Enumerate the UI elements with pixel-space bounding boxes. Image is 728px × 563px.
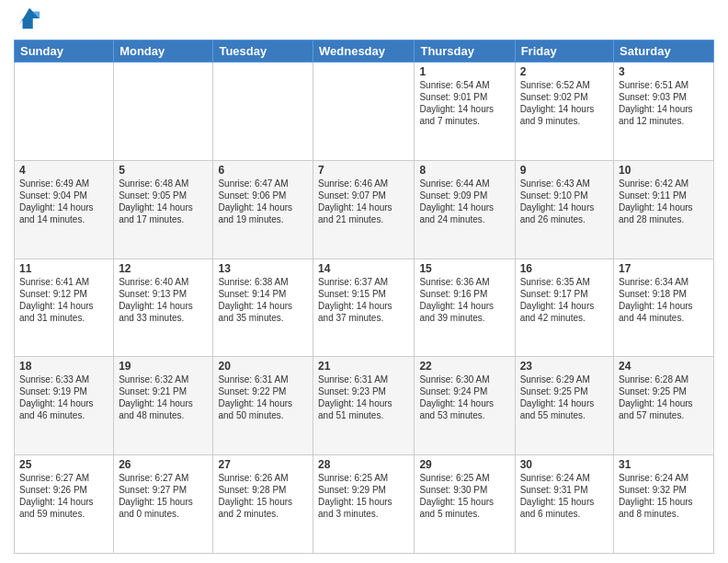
- day-header-friday: Friday: [515, 40, 613, 63]
- day-number: 31: [619, 458, 709, 471]
- day-info: Sunrise: 6:46 AM Sunset: 9:07 PM Dayligh…: [318, 178, 409, 225]
- day-number: 30: [520, 458, 609, 471]
- day-info: Sunrise: 6:31 AM Sunset: 9:22 PM Dayligh…: [218, 373, 308, 421]
- calendar-cell: 1Sunrise: 6:54 AM Sunset: 9:01 PM Daylig…: [415, 63, 515, 161]
- calendar-cell: 6Sunrise: 6:47 AM Sunset: 9:06 PM Daylig…: [213, 160, 313, 259]
- calendar: SundayMondayTuesdayWednesdayThursdayFrid…: [14, 40, 714, 554]
- logo: [14, 9, 43, 32]
- calendar-cell: 7Sunrise: 6:46 AM Sunset: 9:07 PM Daylig…: [313, 160, 415, 259]
- day-number: 19: [119, 360, 208, 373]
- calendar-header-row: SundayMondayTuesdayWednesdayThursdayFrid…: [15, 40, 714, 63]
- calendar-cell: 21Sunrise: 6:31 AM Sunset: 9:23 PM Dayli…: [313, 357, 415, 455]
- calendar-cell: 15Sunrise: 6:36 AM Sunset: 9:16 PM Dayli…: [415, 259, 515, 357]
- day-number: 27: [218, 458, 308, 471]
- calendar-cell: 26Sunrise: 6:27 AM Sunset: 9:27 PM Dayli…: [114, 455, 213, 554]
- calendar-week-2: 4Sunrise: 6:49 AM Sunset: 9:04 PM Daylig…: [15, 160, 714, 259]
- day-info: Sunrise: 6:38 AM Sunset: 9:14 PM Dayligh…: [218, 276, 308, 324]
- day-info: Sunrise: 6:27 AM Sunset: 9:27 PM Dayligh…: [119, 472, 208, 520]
- day-number: 29: [419, 458, 509, 471]
- day-number: 23: [520, 360, 609, 373]
- calendar-cell: 11Sunrise: 6:41 AM Sunset: 9:12 PM Dayli…: [15, 259, 114, 357]
- calendar-cell: 3Sunrise: 6:51 AM Sunset: 9:03 PM Daylig…: [614, 63, 714, 161]
- day-header-saturday: Saturday: [614, 40, 714, 63]
- day-info: Sunrise: 6:25 AM Sunset: 9:29 PM Dayligh…: [318, 472, 409, 520]
- day-info: Sunrise: 6:40 AM Sunset: 9:13 PM Dayligh…: [119, 276, 208, 324]
- header: [14, 9, 714, 32]
- day-info: Sunrise: 6:30 AM Sunset: 9:24 PM Dayligh…: [419, 373, 509, 421]
- calendar-cell: 4Sunrise: 6:49 AM Sunset: 9:04 PM Daylig…: [15, 160, 114, 259]
- day-number: 1: [419, 65, 509, 78]
- calendar-cell: 31Sunrise: 6:24 AM Sunset: 9:32 PM Dayli…: [614, 455, 714, 554]
- calendar-cell: 10Sunrise: 6:42 AM Sunset: 9:11 PM Dayli…: [614, 160, 714, 259]
- day-info: Sunrise: 6:26 AM Sunset: 9:28 PM Dayligh…: [218, 472, 308, 520]
- day-header-wednesday: Wednesday: [313, 40, 415, 63]
- day-number: 15: [419, 262, 509, 275]
- day-info: Sunrise: 6:24 AM Sunset: 9:32 PM Dayligh…: [619, 472, 709, 520]
- day-info: Sunrise: 6:24 AM Sunset: 9:31 PM Dayligh…: [520, 472, 609, 520]
- calendar-cell: [15, 63, 114, 161]
- day-header-tuesday: Tuesday: [213, 40, 313, 63]
- day-header-sunday: Sunday: [15, 40, 114, 63]
- calendar-cell: 8Sunrise: 6:44 AM Sunset: 9:09 PM Daylig…: [415, 160, 515, 259]
- calendar-cell: [313, 63, 415, 161]
- day-number: 16: [520, 262, 609, 275]
- calendar-week-5: 25Sunrise: 6:27 AM Sunset: 9:26 PM Dayli…: [15, 455, 714, 554]
- day-info: Sunrise: 6:42 AM Sunset: 9:11 PM Dayligh…: [619, 178, 709, 225]
- day-number: 10: [619, 164, 709, 177]
- day-number: 28: [318, 458, 409, 471]
- day-number: 12: [119, 262, 208, 275]
- day-number: 13: [218, 262, 308, 275]
- calendar-cell: 5Sunrise: 6:48 AM Sunset: 9:05 PM Daylig…: [114, 160, 213, 259]
- calendar-cell: [114, 63, 213, 161]
- day-number: 14: [318, 262, 409, 275]
- day-number: 24: [619, 360, 709, 373]
- day-number: 8: [419, 164, 509, 177]
- day-number: 6: [218, 164, 308, 177]
- day-info: Sunrise: 6:44 AM Sunset: 9:09 PM Dayligh…: [419, 178, 509, 225]
- calendar-week-3: 11Sunrise: 6:41 AM Sunset: 9:12 PM Dayli…: [15, 259, 714, 357]
- logo-icon: [16, 5, 43, 32]
- day-number: 26: [119, 458, 208, 471]
- day-info: Sunrise: 6:51 AM Sunset: 9:03 PM Dayligh…: [619, 79, 709, 127]
- calendar-cell: 20Sunrise: 6:31 AM Sunset: 9:22 PM Dayli…: [213, 357, 313, 455]
- calendar-cell: 16Sunrise: 6:35 AM Sunset: 9:17 PM Dayli…: [515, 259, 613, 357]
- day-number: 11: [19, 262, 108, 275]
- calendar-cell: 25Sunrise: 6:27 AM Sunset: 9:26 PM Dayli…: [15, 455, 114, 554]
- calendar-cell: 9Sunrise: 6:43 AM Sunset: 9:10 PM Daylig…: [515, 160, 613, 259]
- day-info: Sunrise: 6:25 AM Sunset: 9:30 PM Dayligh…: [419, 472, 509, 520]
- calendar-cell: 17Sunrise: 6:34 AM Sunset: 9:18 PM Dayli…: [614, 259, 714, 357]
- calendar-cell: 18Sunrise: 6:33 AM Sunset: 9:19 PM Dayli…: [15, 357, 114, 455]
- calendar-cell: 22Sunrise: 6:30 AM Sunset: 9:24 PM Dayli…: [415, 357, 515, 455]
- day-info: Sunrise: 6:37 AM Sunset: 9:15 PM Dayligh…: [318, 276, 409, 324]
- day-info: Sunrise: 6:27 AM Sunset: 9:26 PM Dayligh…: [19, 472, 108, 520]
- day-number: 25: [19, 458, 108, 471]
- svg-marker-0: [19, 8, 40, 29]
- day-number: 20: [218, 360, 308, 373]
- day-info: Sunrise: 6:54 AM Sunset: 9:01 PM Dayligh…: [419, 79, 509, 127]
- day-info: Sunrise: 6:41 AM Sunset: 9:12 PM Dayligh…: [19, 276, 108, 324]
- day-info: Sunrise: 6:43 AM Sunset: 9:10 PM Dayligh…: [520, 178, 609, 225]
- day-number: 9: [520, 164, 609, 177]
- day-info: Sunrise: 6:35 AM Sunset: 9:17 PM Dayligh…: [520, 276, 609, 324]
- day-number: 21: [318, 360, 409, 373]
- day-header-thursday: Thursday: [415, 40, 515, 63]
- day-info: Sunrise: 6:34 AM Sunset: 9:18 PM Dayligh…: [619, 276, 709, 324]
- day-info: Sunrise: 6:33 AM Sunset: 9:19 PM Dayligh…: [19, 373, 108, 421]
- calendar-cell: [213, 63, 313, 161]
- day-number: 4: [19, 164, 108, 177]
- day-info: Sunrise: 6:32 AM Sunset: 9:21 PM Dayligh…: [119, 373, 208, 421]
- day-info: Sunrise: 6:36 AM Sunset: 9:16 PM Dayligh…: [419, 276, 509, 324]
- day-number: 5: [119, 164, 208, 177]
- calendar-cell: 27Sunrise: 6:26 AM Sunset: 9:28 PM Dayli…: [213, 455, 313, 554]
- day-header-monday: Monday: [114, 40, 213, 63]
- calendar-cell: 19Sunrise: 6:32 AM Sunset: 9:21 PM Dayli…: [114, 357, 213, 455]
- day-number: 18: [19, 360, 108, 373]
- day-number: 17: [619, 262, 709, 275]
- day-info: Sunrise: 6:29 AM Sunset: 9:25 PM Dayligh…: [520, 373, 609, 421]
- calendar-cell: 2Sunrise: 6:52 AM Sunset: 9:02 PM Daylig…: [515, 63, 613, 161]
- day-info: Sunrise: 6:28 AM Sunset: 9:25 PM Dayligh…: [619, 373, 709, 421]
- day-number: 22: [419, 360, 509, 373]
- calendar-cell: 14Sunrise: 6:37 AM Sunset: 9:15 PM Dayli…: [313, 259, 415, 357]
- calendar-cell: 13Sunrise: 6:38 AM Sunset: 9:14 PM Dayli…: [213, 259, 313, 357]
- day-info: Sunrise: 6:48 AM Sunset: 9:05 PM Dayligh…: [119, 178, 208, 225]
